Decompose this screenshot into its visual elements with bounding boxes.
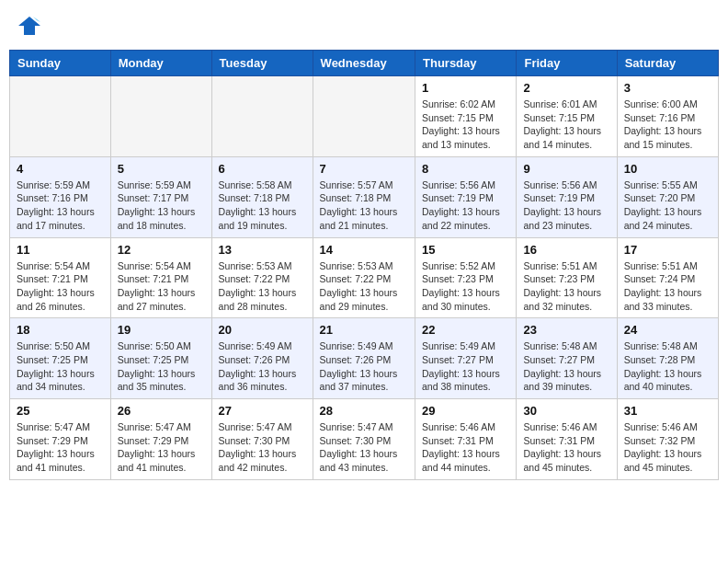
day-info: Sunrise: 5:48 AM Sunset: 7:27 PM Dayligh…: [523, 339, 609, 394]
day-info: Sunrise: 5:49 AM Sunset: 7:26 PM Dayligh…: [219, 339, 306, 394]
calendar-cell: 17Sunrise: 5:51 AM Sunset: 7:24 PM Dayli…: [617, 237, 718, 318]
day-number: 6: [219, 162, 306, 176]
weekday-header-sunday: Sunday: [10, 51, 111, 76]
calendar-cell: 1Sunrise: 6:02 AM Sunset: 7:15 PM Daylig…: [415, 76, 517, 157]
day-number: 10: [624, 162, 711, 176]
calendar-table: SundayMondayTuesdayWednesdayThursdayFrid…: [9, 50, 719, 480]
day-number: 9: [523, 162, 609, 176]
calendar-week-1: 1Sunrise: 6:02 AM Sunset: 7:15 PM Daylig…: [10, 76, 719, 157]
page-header: [9, 9, 719, 42]
day-number: 31: [624, 404, 711, 418]
calendar-cell: 11Sunrise: 5:54 AM Sunset: 7:21 PM Dayli…: [10, 237, 111, 318]
weekday-header-row: SundayMondayTuesdayWednesdayThursdayFrid…: [10, 51, 719, 76]
logo: [17, 13, 44, 39]
day-number: 24: [624, 323, 711, 337]
day-number: 25: [17, 404, 104, 418]
calendar-cell: 24Sunrise: 5:48 AM Sunset: 7:28 PM Dayli…: [617, 318, 718, 399]
day-info: Sunrise: 5:58 AM Sunset: 7:18 PM Dayligh…: [219, 178, 306, 233]
day-number: 18: [17, 323, 104, 337]
calendar-cell: 3Sunrise: 6:00 AM Sunset: 7:16 PM Daylig…: [617, 76, 718, 157]
day-number: 17: [624, 243, 711, 257]
day-info: Sunrise: 6:01 AM Sunset: 7:15 PM Dayligh…: [523, 98, 609, 152]
calendar-cell: 31Sunrise: 5:46 AM Sunset: 7:32 PM Dayli…: [617, 399, 718, 480]
day-info: Sunrise: 5:55 AM Sunset: 7:20 PM Dayligh…: [624, 178, 711, 233]
day-number: 4: [17, 162, 104, 176]
weekday-header-thursday: Thursday: [415, 51, 517, 76]
calendar-cell: 9Sunrise: 5:56 AM Sunset: 7:19 PM Daylig…: [517, 156, 617, 237]
day-number: 3: [624, 81, 711, 95]
calendar-cell: 22Sunrise: 5:49 AM Sunset: 7:27 PM Dayli…: [415, 318, 517, 399]
calendar-cell: 19Sunrise: 5:50 AM Sunset: 7:25 PM Dayli…: [110, 318, 211, 399]
calendar-cell: 10Sunrise: 5:55 AM Sunset: 7:20 PM Dayli…: [617, 156, 718, 237]
calendar-cell: 29Sunrise: 5:46 AM Sunset: 7:31 PM Dayli…: [415, 399, 517, 480]
day-info: Sunrise: 5:47 AM Sunset: 7:29 PM Dayligh…: [118, 420, 205, 475]
calendar-cell: 14Sunrise: 5:53 AM Sunset: 7:22 PM Dayli…: [313, 237, 415, 318]
calendar-week-4: 18Sunrise: 5:50 AM Sunset: 7:25 PM Dayli…: [10, 318, 719, 399]
day-number: 12: [118, 243, 205, 257]
weekday-header-monday: Monday: [110, 51, 211, 76]
calendar-cell: 6Sunrise: 5:58 AM Sunset: 7:18 PM Daylig…: [211, 156, 313, 237]
day-number: 28: [320, 404, 408, 418]
calendar-cell: [110, 76, 211, 157]
day-info: Sunrise: 5:50 AM Sunset: 7:25 PM Dayligh…: [118, 339, 205, 394]
logo-icon: [17, 13, 42, 39]
calendar-cell: 20Sunrise: 5:49 AM Sunset: 7:26 PM Dayli…: [211, 318, 313, 399]
calendar-cell: [10, 76, 111, 157]
day-number: 30: [523, 404, 609, 418]
day-info: Sunrise: 5:51 AM Sunset: 7:23 PM Dayligh…: [523, 259, 609, 314]
calendar-cell: 26Sunrise: 5:47 AM Sunset: 7:29 PM Dayli…: [110, 399, 211, 480]
day-number: 11: [17, 243, 104, 257]
day-number: 13: [219, 243, 306, 257]
calendar-cell: 4Sunrise: 5:59 AM Sunset: 7:16 PM Daylig…: [10, 156, 111, 237]
day-number: 15: [422, 243, 509, 257]
calendar-cell: 21Sunrise: 5:49 AM Sunset: 7:26 PM Dayli…: [313, 318, 415, 399]
day-info: Sunrise: 6:00 AM Sunset: 7:16 PM Dayligh…: [624, 98, 711, 152]
day-info: Sunrise: 5:53 AM Sunset: 7:22 PM Dayligh…: [320, 259, 408, 314]
day-info: Sunrise: 5:47 AM Sunset: 7:30 PM Dayligh…: [320, 420, 408, 475]
day-info: Sunrise: 5:59 AM Sunset: 7:17 PM Dayligh…: [118, 178, 205, 233]
svg-marker-0: [18, 17, 40, 35]
day-info: Sunrise: 5:50 AM Sunset: 7:25 PM Dayligh…: [17, 339, 104, 394]
calendar-cell: 28Sunrise: 5:47 AM Sunset: 7:30 PM Dayli…: [313, 399, 415, 480]
calendar-cell: 7Sunrise: 5:57 AM Sunset: 7:18 PM Daylig…: [313, 156, 415, 237]
day-info: Sunrise: 5:57 AM Sunset: 7:18 PM Dayligh…: [320, 178, 408, 233]
calendar-cell: 8Sunrise: 5:56 AM Sunset: 7:19 PM Daylig…: [415, 156, 517, 237]
weekday-header-wednesday: Wednesday: [313, 51, 415, 76]
calendar-cell: [313, 76, 415, 157]
day-number: 29: [422, 404, 509, 418]
day-number: 19: [118, 323, 205, 337]
calendar-cell: 5Sunrise: 5:59 AM Sunset: 7:17 PM Daylig…: [110, 156, 211, 237]
day-number: 5: [118, 162, 205, 176]
day-number: 7: [320, 162, 408, 176]
calendar-cell: 16Sunrise: 5:51 AM Sunset: 7:23 PM Dayli…: [517, 237, 617, 318]
day-info: Sunrise: 5:53 AM Sunset: 7:22 PM Dayligh…: [219, 259, 306, 314]
day-number: 20: [219, 323, 306, 337]
calendar-cell: 30Sunrise: 5:46 AM Sunset: 7:31 PM Dayli…: [517, 399, 617, 480]
day-info: Sunrise: 5:59 AM Sunset: 7:16 PM Dayligh…: [17, 178, 104, 233]
weekday-header-friday: Friday: [517, 51, 617, 76]
day-number: 2: [523, 81, 609, 95]
day-info: Sunrise: 5:51 AM Sunset: 7:24 PM Dayligh…: [624, 259, 711, 314]
day-info: Sunrise: 5:54 AM Sunset: 7:21 PM Dayligh…: [17, 259, 104, 314]
day-info: Sunrise: 5:47 AM Sunset: 7:30 PM Dayligh…: [219, 420, 306, 475]
day-info: Sunrise: 5:54 AM Sunset: 7:21 PM Dayligh…: [118, 259, 205, 314]
day-number: 27: [219, 404, 306, 418]
day-info: Sunrise: 5:56 AM Sunset: 7:19 PM Dayligh…: [422, 178, 509, 233]
day-info: Sunrise: 6:02 AM Sunset: 7:15 PM Dayligh…: [422, 98, 509, 152]
day-number: 21: [320, 323, 408, 337]
day-info: Sunrise: 5:47 AM Sunset: 7:29 PM Dayligh…: [17, 420, 104, 475]
day-number: 8: [422, 162, 509, 176]
day-info: Sunrise: 5:52 AM Sunset: 7:23 PM Dayligh…: [422, 259, 509, 314]
weekday-header-tuesday: Tuesday: [211, 51, 313, 76]
calendar-cell: 15Sunrise: 5:52 AM Sunset: 7:23 PM Dayli…: [415, 237, 517, 318]
calendar-week-3: 11Sunrise: 5:54 AM Sunset: 7:21 PM Dayli…: [10, 237, 719, 318]
calendar-cell: 27Sunrise: 5:47 AM Sunset: 7:30 PM Dayli…: [211, 399, 313, 480]
calendar-cell: 2Sunrise: 6:01 AM Sunset: 7:15 PM Daylig…: [517, 76, 617, 157]
day-info: Sunrise: 5:56 AM Sunset: 7:19 PM Dayligh…: [523, 178, 609, 233]
calendar-cell: [211, 76, 313, 157]
calendar-cell: 18Sunrise: 5:50 AM Sunset: 7:25 PM Dayli…: [10, 318, 111, 399]
day-info: Sunrise: 5:49 AM Sunset: 7:27 PM Dayligh…: [422, 339, 509, 394]
day-info: Sunrise: 5:48 AM Sunset: 7:28 PM Dayligh…: [624, 339, 711, 394]
weekday-header-saturday: Saturday: [617, 51, 718, 76]
calendar-cell: 25Sunrise: 5:47 AM Sunset: 7:29 PM Dayli…: [10, 399, 111, 480]
